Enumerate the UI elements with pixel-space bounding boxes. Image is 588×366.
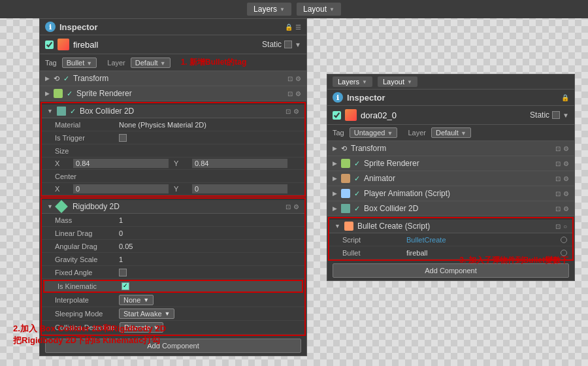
static-checkbox[interactable] xyxy=(284,41,292,48)
right-transform-label: Transform xyxy=(351,144,386,153)
layer-value[interactable]: Default ▼ xyxy=(131,58,171,68)
script-value: BulletCreate xyxy=(406,236,446,244)
transform-gear-icon[interactable]: ⚙ xyxy=(295,75,301,82)
sprite-renderer-section[interactable]: ▶ ✓ Sprite Renderer ⊡ ⚙ xyxy=(40,86,306,101)
right-transform-gear-icon[interactable]: ⚙ xyxy=(563,145,569,152)
bullet-label: Bullet xyxy=(342,249,401,257)
tag-dropdown-arrow: ▼ xyxy=(86,60,92,67)
is-trigger-checkbox[interactable] xyxy=(119,134,127,142)
angular-drag-label: Angular Drag xyxy=(55,242,114,250)
bullet-create-arrow-icon: ▼ xyxy=(335,223,340,229)
right-player-gear-icon[interactable]: ⚙ xyxy=(563,190,569,197)
right-animator-copy-icon[interactable]: ⊡ xyxy=(555,175,561,182)
right-transform-copy-icon[interactable]: ⊡ xyxy=(555,145,561,152)
tag-annotation: 1. 新增Bullet的tag xyxy=(181,57,247,68)
right-layout-arrow-icon: ▼ xyxy=(407,79,412,85)
layers-dropdown[interactable]: Layers ▼ xyxy=(247,3,291,16)
sprite-gear-icon[interactable]: ⚙ xyxy=(295,90,301,97)
center-y-input[interactable] xyxy=(192,184,287,193)
static-arrow[interactable]: ▼ xyxy=(295,41,301,48)
is-kinematic-row: Is Kinematic xyxy=(43,280,303,293)
right-animator-label: Animator xyxy=(364,174,395,183)
center-x-input[interactable] xyxy=(73,184,169,193)
right-box-copy-icon[interactable]: ⊡ xyxy=(555,205,561,212)
size-x-input[interactable] xyxy=(73,159,169,168)
right-animator-arrow-icon: ▶ xyxy=(333,175,337,182)
right-panel-lock-icon[interactable]: 🔒 xyxy=(561,94,569,101)
right-static-checkbox[interactable] xyxy=(552,111,560,119)
right-sprite-gear-icon[interactable]: ⚙ xyxy=(563,160,569,167)
right-animator-section[interactable]: ▶ ✓ Animator ⊡ ⚙ xyxy=(327,171,574,186)
rigidbody-copy-icon[interactable]: ⊡ xyxy=(286,203,291,210)
transform-section[interactable]: ▶ ⟲ ✓ Transform ⊡ ⚙ xyxy=(40,71,306,86)
interpolate-label: Interpolate xyxy=(55,296,114,304)
top-menu-bar: Layers ▼ Layout ▼ xyxy=(0,0,588,18)
rigidbody-label: Rigidbody 2D xyxy=(73,202,120,211)
rigidbody-header[interactable]: ▼ Rigidbody 2D ⊡ ⚙ xyxy=(42,199,304,214)
center-y-label: Y xyxy=(174,185,187,193)
center-label: Center xyxy=(55,173,114,180)
right-sprite-label: Sprite Renderer xyxy=(364,159,419,168)
right-box-gear-icon[interactable]: ⚙ xyxy=(563,205,569,212)
left-panel-header: ℹ Inspector 🔒 ☰ xyxy=(40,19,306,35)
right-transform-section[interactable]: ▶ ⟲ Transform ⊡ ⚙ xyxy=(327,141,574,156)
size-xy-row: X Y xyxy=(42,158,304,170)
right-sprite-renderer-section[interactable]: ▶ ✓ Sprite Renderer ⊡ ⚙ xyxy=(327,156,574,171)
layout-arrow-icon: ▼ xyxy=(329,7,335,12)
fireball-active-checkbox[interactable] xyxy=(45,41,54,49)
box-collider-copy-icon[interactable]: ⊡ xyxy=(286,108,291,115)
fireball-object-icon xyxy=(57,39,69,50)
transform-copy-icon[interactable]: ⊡ xyxy=(287,75,293,82)
center-label-row: Center xyxy=(42,170,304,183)
sleeping-mode-label: Sleeping Mode xyxy=(55,310,114,318)
fireball-name: fireball xyxy=(73,40,98,50)
box-collider-header[interactable]: ▼ ✓ Box Collider 2D ⊡ ⚙ xyxy=(42,103,304,118)
right-box-collider-section[interactable]: ▶ ✓ Box Collider 2D ⊡ ⚙ xyxy=(327,201,574,216)
dora-name: dora02_0 xyxy=(361,110,397,120)
right-player-anim-section[interactable]: ▶ ✓ Player Animation (Script) ⊡ ⚙ xyxy=(327,186,574,201)
layout-label: Layout xyxy=(303,5,327,14)
is-kinematic-checkbox[interactable] xyxy=(122,282,129,290)
right-layout-dropdown[interactable]: Layout ▼ xyxy=(378,76,417,87)
right-tag-value[interactable]: Untagged ▼ xyxy=(350,127,398,138)
right-tag-row: Tag Untagged ▼ Layer Default ▼ xyxy=(327,125,574,141)
fixed-angle-checkbox[interactable] xyxy=(119,269,127,276)
dora-active-checkbox[interactable] xyxy=(333,111,341,120)
right-tag-arrow-icon: ▼ xyxy=(387,130,393,137)
panel-lock-icon[interactable]: 🔒 xyxy=(285,24,293,31)
dora-object-icon xyxy=(345,109,357,121)
sprite-copy-icon[interactable]: ⊡ xyxy=(287,90,293,97)
interpolate-row: Interpolate None ▼ xyxy=(42,293,304,307)
script-circle-icon[interactable] xyxy=(561,237,567,243)
right-box-collider-icon xyxy=(341,204,350,213)
right-box-collider-label: Box Collider 2D xyxy=(364,204,418,213)
right-player-copy-icon[interactable]: ⊡ xyxy=(555,190,561,197)
right-layer-value[interactable]: Default ▼ xyxy=(431,127,471,138)
interpolate-dropdown[interactable]: None ▼ xyxy=(119,295,154,305)
bullet-create-copy-icon[interactable]: ⊡ xyxy=(555,223,561,230)
right-static-arrow[interactable]: ▼ xyxy=(563,112,569,119)
box-collider-block: ▼ ✓ Box Collider 2D ⊡ ⚙ Material None (P… xyxy=(41,102,306,197)
size-y-input[interactable] xyxy=(192,159,287,168)
left-inspector-panel: ℹ Inspector 🔒 ☰ fireball Static ▼ Tag Bu… xyxy=(39,18,307,356)
bullet-create-block: ▼ Bullet Create (Script) ⊡ ○ Script Bull… xyxy=(328,217,574,261)
bullet-create-circle-icon[interactable]: ○ xyxy=(563,223,567,230)
sprite-renderer-arrow-icon: ▶ xyxy=(45,90,50,97)
panel-menu-icon[interactable]: ☰ xyxy=(295,24,301,31)
layout-dropdown[interactable]: Layout ▼ xyxy=(297,3,341,16)
right-layers-dropdown[interactable]: Layers ▼ xyxy=(333,76,372,87)
is-trigger-label: Is Trigger xyxy=(55,134,114,142)
right-animator-gear-icon[interactable]: ⚙ xyxy=(563,175,569,182)
right-sprite-copy-icon[interactable]: ⊡ xyxy=(555,160,561,167)
tag-value[interactable]: Bullet ▼ xyxy=(62,58,97,68)
sprite-renderer-check-icon: ✓ xyxy=(67,90,73,98)
rigidbody-gear-icon[interactable]: ⚙ xyxy=(293,203,299,210)
script-label: Script xyxy=(342,236,401,244)
box-collider-gear-icon[interactable]: ⚙ xyxy=(293,108,299,115)
gravity-scale-label: Gravity Scale xyxy=(55,256,114,263)
right-layer-label: Layer xyxy=(408,129,426,137)
bullet-create-header[interactable]: ▼ Bullet Create (Script) ⊡ ○ xyxy=(329,218,572,233)
linear-drag-label: Linear Drag xyxy=(55,229,114,237)
sleeping-mode-row: Sleeping Mode Start Awake ▼ xyxy=(42,307,304,321)
sleeping-mode-dropdown[interactable]: Start Awake ▼ xyxy=(119,308,174,319)
